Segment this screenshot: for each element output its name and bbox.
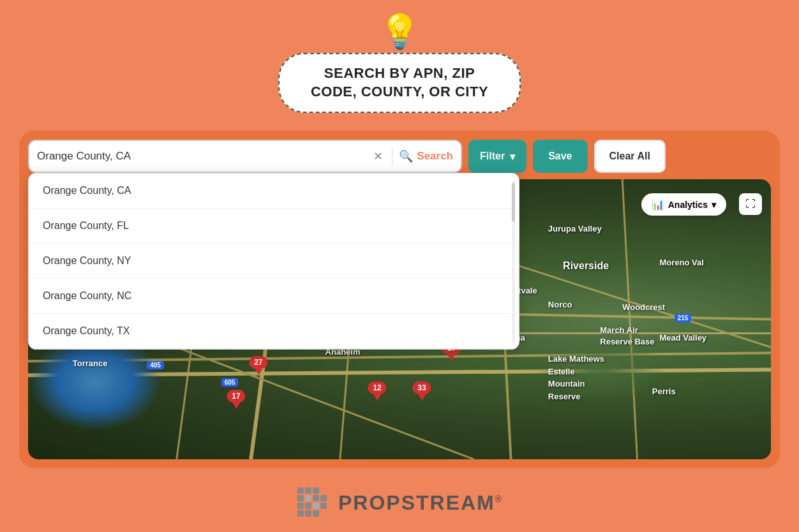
pin-value: 17 xyxy=(227,390,245,403)
analytics-label: Analytics xyxy=(668,200,708,210)
dropdown-item-1[interactable]: Orange County, FL xyxy=(29,209,519,244)
svg-rect-24 xyxy=(313,510,319,517)
toolbar: ✕ 🔍 Search Filter ▾ Save Clear All xyxy=(28,140,771,173)
pin-tail xyxy=(255,369,262,375)
dropdown-item-2[interactable]: Orange County, NY xyxy=(29,244,519,279)
svg-rect-20 xyxy=(313,503,319,509)
pin-tail xyxy=(447,355,455,361)
svg-rect-14 xyxy=(297,495,304,501)
pin-value: 33 xyxy=(412,381,431,394)
city-label-norco: Norco xyxy=(548,300,572,309)
hint-bubble: SEARCH BY APN, ZIP CODE, COUNTY, OR CITY xyxy=(278,53,521,112)
analytics-chevron-icon: ▾ xyxy=(712,200,716,210)
city-label-perris: Perris xyxy=(652,387,676,396)
expand-icon: ⛶ xyxy=(745,198,756,209)
search-dropdown: Orange County, CA Orange County, FL Oran… xyxy=(28,173,519,350)
analytics-button[interactable]: 📊 Analytics ▾ xyxy=(641,193,726,216)
expand-map-button[interactable]: ⛶ xyxy=(739,193,762,215)
svg-line-6 xyxy=(622,179,637,459)
propstream-logo-icon xyxy=(296,486,329,519)
freeway-605: 605 xyxy=(221,378,239,387)
analytics-chart-icon: 📊 xyxy=(652,198,664,211)
logo-text: PROPSTREAM® xyxy=(338,491,503,515)
search-input[interactable] xyxy=(37,150,371,163)
pin-tail xyxy=(373,394,381,401)
map-pin-33[interactable]: 33 xyxy=(412,381,431,401)
map-pin-27[interactable]: 27 xyxy=(249,356,267,375)
freeway-405: 405 xyxy=(147,361,164,369)
city-label-lake-mathews: Lake MathewsEstelleMountainReserve xyxy=(548,353,604,403)
map-pin-12[interactable]: 12 xyxy=(368,381,386,401)
svg-rect-21 xyxy=(320,503,327,509)
city-label-woodcrest: Woodcrest xyxy=(622,302,665,312)
svg-rect-23 xyxy=(305,510,311,517)
filter-label: Filter xyxy=(480,151,505,162)
search-button[interactable]: 🔍 Search xyxy=(399,149,453,163)
bottom-logo: PROPSTREAM® xyxy=(0,486,799,519)
svg-rect-15 xyxy=(305,495,311,501)
main-card: ✕ 🔍 Search Filter ▾ Save Clear All 💧 0,0… xyxy=(19,131,780,468)
svg-rect-22 xyxy=(297,510,304,517)
dropdown-item-0[interactable]: Orange County, CA xyxy=(29,174,519,209)
hint-area: 💡 SEARCH BY APN, ZIP CODE, COUNTY, OR CI… xyxy=(0,0,799,128)
city-label-torrance: Torrance xyxy=(73,358,108,368)
search-icon: 🔍 xyxy=(399,149,413,163)
city-label-riverside: Riverside xyxy=(563,260,609,272)
search-divider xyxy=(392,147,392,165)
save-label: Save xyxy=(548,151,572,161)
svg-rect-17 xyxy=(320,495,327,501)
city-label-moreno: Moreno Val xyxy=(659,258,703,267)
svg-rect-13 xyxy=(313,487,319,494)
city-label-jurupa: Jurupa Valley xyxy=(548,224,602,233)
clear-icon[interactable]: ✕ xyxy=(371,147,385,166)
search-label: Search xyxy=(417,150,453,163)
svg-rect-11 xyxy=(297,487,304,494)
svg-rect-18 xyxy=(297,503,304,509)
save-button[interactable]: Save xyxy=(533,140,587,173)
pin-tail xyxy=(232,403,240,409)
clear-all-label: Clear All xyxy=(609,151,650,161)
dropdown-item-3[interactable]: Orange County, NC xyxy=(29,279,519,314)
map-pin-17[interactable]: 17 xyxy=(227,390,245,409)
search-box: ✕ 🔍 Search xyxy=(28,140,462,173)
dropdown-item-4[interactable]: Orange County, TX xyxy=(29,314,519,349)
chevron-down-icon: ▾ xyxy=(510,151,515,163)
dropdown-scrollbar xyxy=(512,180,515,343)
pin-value: 27 xyxy=(249,356,267,369)
pin-tail xyxy=(418,394,426,401)
city-label-mead: Mead Valley xyxy=(659,333,706,343)
svg-rect-12 xyxy=(305,487,311,494)
filter-button[interactable]: Filter ▾ xyxy=(468,140,526,173)
pin-value: 12 xyxy=(368,381,386,394)
lightbulb-icon: 💡 xyxy=(379,15,421,48)
clear-all-button[interactable]: Clear All xyxy=(594,140,666,173)
freeway-215: 215 xyxy=(675,314,692,322)
svg-rect-16 xyxy=(313,495,319,501)
hint-bubble-text: SEARCH BY APN, ZIP CODE, COUNTY, OR CITY xyxy=(302,64,497,101)
svg-rect-19 xyxy=(305,503,311,509)
city-label-march: March AirReserve Base xyxy=(600,325,654,348)
scrollbar-thumb xyxy=(512,183,515,221)
